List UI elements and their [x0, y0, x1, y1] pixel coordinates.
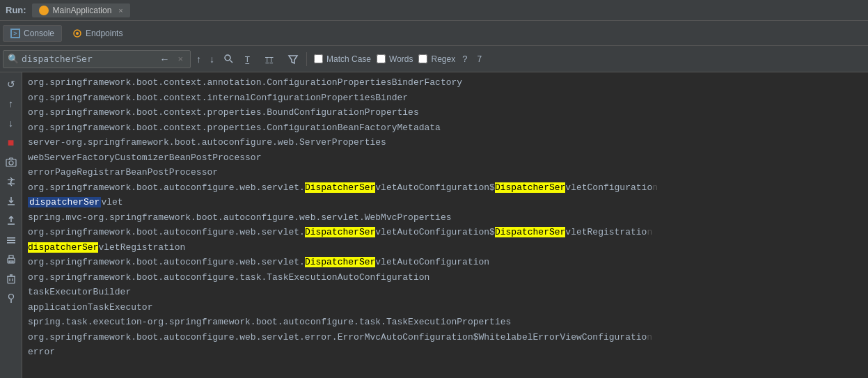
pin-icon — [7, 294, 15, 304]
search-down-button[interactable]: ↓ — [207, 52, 217, 66]
tab-console[interactable]: > Console — [3, 25, 62, 42]
replace-all-button[interactable]: T̲T̲ — [262, 52, 281, 66]
list-item: org.springframework.boot.context.propert… — [22, 105, 868, 120]
search-input[interactable] — [22, 54, 154, 64]
list-item: spring.mvc-org.springframework.boot.auto… — [22, 210, 868, 226]
scroll-up-button[interactable]: ↑ — [2, 95, 20, 113]
list-item: spring.task.execution-org.springframewor… — [22, 315, 868, 330]
words-checkbox[interactable] — [377, 54, 386, 63]
search-up-button[interactable]: ↑ — [194, 52, 204, 66]
import-button[interactable] — [2, 192, 20, 210]
list-item: errorPageRegistrarBeanPostProcessor — [22, 165, 868, 180]
highlight: DispatcherSer — [305, 257, 375, 267]
list-item: taskExecutorBuilder — [22, 285, 868, 300]
replace-icon: T̲ — [244, 54, 255, 65]
list-item: error — [22, 345, 868, 360]
endpoints-icon — [72, 29, 82, 38]
svg-rect-19 — [9, 255, 13, 258]
run-label: Run: — [6, 5, 26, 15]
svg-text:T̲T̲: T̲T̲ — [265, 56, 274, 63]
pin-button[interactable] — [2, 290, 20, 308]
search-icon: 🔍 — [8, 54, 19, 65]
console-icon: > — [10, 29, 20, 38]
scroll-down-button[interactable]: ↓ — [2, 114, 20, 132]
words-label: Words — [389, 54, 413, 64]
list-item: org.springframework.boot.autoconfigure.w… — [22, 180, 868, 196]
diff-button[interactable] — [2, 173, 20, 191]
svg-rect-15 — [7, 237, 15, 239]
settings-button[interactable] — [2, 231, 20, 249]
regex-option[interactable]: Regex — [418, 54, 455, 64]
print-button[interactable] — [2, 251, 20, 269]
filter-icon — [287, 54, 299, 65]
svg-rect-21 — [8, 276, 15, 283]
stop-button[interactable]: ■ — [2, 134, 20, 152]
main-application-tab[interactable]: MainApplication × — [32, 3, 130, 17]
highlight: DispatcherSer — [495, 182, 565, 193]
trash-button[interactable] — [2, 270, 20, 288]
svg-point-1 — [76, 32, 79, 35]
replace-all-icon: T̲T̲ — [265, 54, 278, 65]
highlight: DispatcherSer — [495, 227, 565, 237]
svg-line-3 — [230, 60, 233, 63]
search-input-wrapper: 🔍 ← × — [3, 50, 191, 68]
svg-marker-6 — [289, 56, 297, 63]
list-item: org.springframework.boot.context.interna… — [22, 90, 868, 106]
restart-button[interactable]: ↺ — [2, 75, 20, 93]
list-item: org.springframework.boot.autoconfigure.w… — [22, 255, 868, 270]
list-item: server-org.springframework.boot.autoconf… — [22, 135, 868, 150]
list-item: org.springframework.boot.context.annotat… — [22, 75, 868, 90]
sidebar: ↺ ↑ ↓ ■ — [0, 72, 22, 378]
trash-icon — [7, 274, 15, 284]
filter-button[interactable] — [284, 52, 302, 66]
list-item: applicationTaskExecutor — [22, 300, 868, 315]
highlight: DispatcherSer — [305, 182, 375, 193]
camera-icon — [6, 157, 17, 167]
search-prev-button[interactable]: ← — [157, 52, 172, 66]
list-item: org.springframework.boot.autoconfigure.w… — [22, 330, 868, 345]
divider — [306, 52, 307, 66]
match-count: 7 — [477, 54, 482, 64]
svg-rect-17 — [7, 242, 15, 244]
import-icon — [6, 196, 16, 206]
replace-button[interactable]: T̲ — [241, 52, 259, 66]
camera-button[interactable] — [2, 153, 20, 171]
find-icon — [223, 54, 235, 65]
print-icon — [6, 255, 16, 265]
find-icon-button[interactable] — [220, 52, 238, 66]
svg-rect-16 — [7, 240, 15, 242]
highlight: dispatcherSer — [28, 242, 98, 253]
svg-point-27 — [8, 294, 13, 299]
match-case-option[interactable]: Match Case — [314, 54, 371, 64]
list-item: dispatcherServletRegistration — [22, 240, 868, 255]
regex-checkbox[interactable] — [418, 54, 427, 63]
highlight: DispatcherSer — [305, 227, 375, 237]
svg-rect-20 — [9, 261, 13, 262]
match-case-checkbox[interactable] — [314, 54, 323, 63]
list-item: org.springframework.boot.autoconfigure.w… — [22, 225, 868, 240]
tab-name: MainApplication — [53, 6, 112, 15]
svg-point-2 — [225, 55, 230, 61]
search-bar: 🔍 ← × ↑ ↓ T̲ T̲T̲ Match Case Words — [0, 46, 868, 72]
export-icon — [6, 216, 16, 226]
match-case-label: Match Case — [326, 54, 371, 64]
console-tab-label: Console — [24, 29, 54, 38]
help-button[interactable]: ? — [458, 52, 471, 65]
export-button[interactable] — [2, 212, 20, 230]
words-option[interactable]: Words — [377, 54, 413, 64]
highlight-selected: dispatcherSer — [28, 197, 101, 207]
endpoints-tab-label: Endpoints — [86, 29, 123, 38]
tab-endpoints[interactable]: Endpoints — [65, 25, 130, 42]
list-item: dispatcherServlet — [22, 195, 868, 210]
regex-label: Regex — [431, 54, 455, 64]
log-content[interactable]: org.springframework.boot.context.annotat… — [22, 72, 868, 378]
diff-icon — [6, 177, 17, 187]
main-layout: ↺ ↑ ↓ ■ — [0, 72, 868, 378]
list-item: org.springframework.boot.context.propert… — [22, 120, 868, 136]
svg-point-8 — [9, 161, 13, 165]
search-clear-button[interactable]: × — [175, 52, 186, 65]
settings-icon — [6, 235, 16, 245]
close-tab-button[interactable]: × — [118, 6, 123, 15]
list-item: webServerFactoryCustomizerBeanPostProces… — [22, 150, 868, 166]
app-icon — [39, 6, 49, 15]
